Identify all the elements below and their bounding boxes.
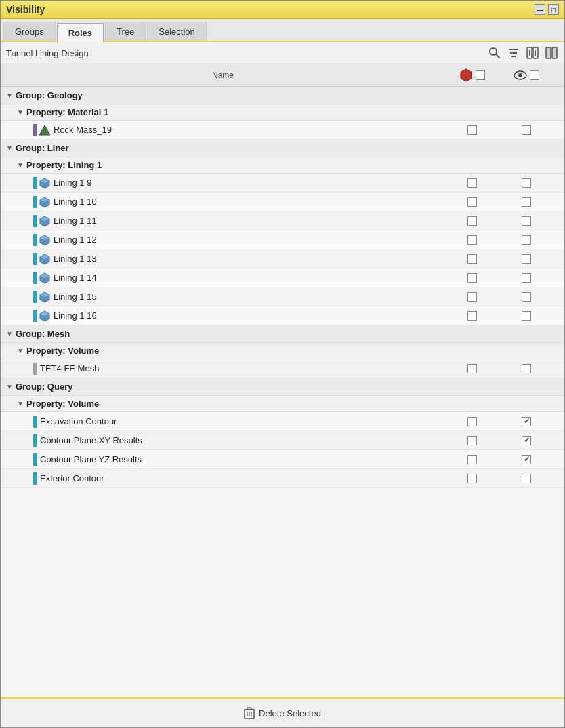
svg-marker-14: [39, 125, 50, 135]
lining-1-11-cb2[interactable]: [467, 216, 477, 226]
contour-xy-name: Contour Plane XY Results: [1, 434, 445, 447]
lining-1-14-label: Lining 1 14: [54, 272, 97, 283]
chevron-geology: ▼: [6, 92, 13, 99]
lining-1-14-cb2[interactable]: [467, 273, 477, 283]
title-bar-controls: — □: [535, 4, 559, 15]
tab-bar: Groups Roles Tree Selection: [1, 19, 564, 42]
exterior-cb3[interactable]: [522, 474, 531, 483]
item-lining-1-16: Lining 1 16: [1, 306, 564, 325]
lining-1-14-name: Lining 1 14: [1, 272, 445, 284]
lining-1-9-cb3[interactable]: [522, 178, 531, 188]
lining-1-12-cb3[interactable]: [522, 235, 531, 245]
property-volume-query-label: Property: Volume: [26, 399, 99, 409]
main-window: Visibility — □ Groups Roles Tree Selecti…: [0, 0, 565, 728]
trash-icon: [244, 707, 255, 719]
tet4-cb3[interactable]: [522, 364, 531, 373]
col2-checkbox[interactable]: [476, 70, 485, 80]
property-lining1[interactable]: ▼ Property: Lining 1: [1, 157, 564, 174]
contour-yz-cb2[interactable]: [467, 455, 477, 464]
rock-mass-19-checkbox-col3[interactable]: [522, 125, 531, 135]
lining-1-13-cb2[interactable]: [467, 254, 477, 264]
gray-color-bar: [33, 363, 37, 375]
content-area[interactable]: ▼ Group: Geology ▼ Property: Material 1 …: [1, 87, 564, 697]
excavation-contour-name: Excavation Contour: [1, 416, 445, 428]
tab-roles[interactable]: Roles: [57, 23, 104, 42]
eye-icon: [514, 70, 527, 80]
group-query[interactable]: ▼ Group: Query: [1, 378, 564, 396]
collapse-columns-icon[interactable]: [544, 45, 559, 60]
delete-selected-label: Delete Selected: [259, 708, 321, 719]
lining-1-14-cb3[interactable]: [522, 273, 531, 283]
chevron-liner: ▼: [6, 144, 13, 152]
item-contour-xy: Contour Plane XY Results: [1, 431, 564, 450]
lining-1-15-cb2[interactable]: [467, 292, 477, 302]
toolbar: Tunnel Lining Design: [1, 42, 564, 64]
item-lining-1-11: Lining 1 11: [1, 211, 564, 230]
rock-mass-19-checkbox-col2[interactable]: [467, 125, 477, 135]
lining-1-10-cb3[interactable]: [522, 197, 531, 207]
title-bar: Visibility — □: [1, 1, 564, 19]
lining-1-15-label: Lining 1 15: [54, 291, 97, 302]
excavation-cb2[interactable]: [467, 417, 477, 426]
item-lining-1-15: Lining 1 15: [1, 287, 564, 306]
property-lining1-label: Property: Lining 1: [26, 160, 102, 170]
lining-1-10-icon: [33, 196, 51, 208]
tab-tree[interactable]: Tree: [105, 22, 146, 41]
lining-1-10-label: Lining 1 10: [54, 197, 97, 207]
excavation-cb3[interactable]: [522, 417, 531, 426]
property-volume-query[interactable]: ▼ Property: Volume: [1, 396, 564, 412]
contour-xy-cb2[interactable]: [467, 436, 477, 445]
group-liner[interactable]: ▼ Group: Liner: [1, 140, 564, 157]
svg-point-13: [518, 73, 522, 77]
col3-checkbox[interactable]: [530, 70, 539, 80]
item-exterior-contour: Exterior Contour: [1, 469, 564, 488]
contour-yz-cb3[interactable]: [522, 455, 531, 464]
cube-icon: [39, 310, 51, 322]
property-volume-mesh[interactable]: ▼ Property: Volume: [1, 343, 564, 359]
cube-icon: [39, 215, 51, 227]
delete-selected-button[interactable]: Delete Selected: [233, 704, 332, 722]
maximize-button[interactable]: □: [548, 4, 559, 15]
lining-1-13-cb3[interactable]: [522, 254, 531, 264]
expand-columns-icon[interactable]: [525, 45, 540, 60]
lining-1-10-cb2[interactable]: [467, 197, 477, 207]
tab-selection[interactable]: Selection: [147, 22, 206, 41]
minimize-button[interactable]: —: [535, 4, 545, 15]
purple-color-bar: [33, 124, 37, 136]
lining-1-16-cb2[interactable]: [467, 311, 477, 321]
tab-groups[interactable]: Groups: [3, 22, 56, 41]
property-material1[interactable]: ▼ Property: Material 1: [1, 104, 564, 121]
search-icon[interactable]: [487, 45, 502, 60]
lining-1-16-name: Lining 1 16: [1, 310, 445, 322]
property-volume-mesh-label: Property: Volume: [26, 346, 99, 356]
svg-line-1: [496, 54, 499, 58]
rock-mass-19-col2[interactable]: [445, 125, 499, 135]
toolbar-icons: [487, 45, 559, 60]
exterior-cb2[interactable]: [467, 474, 477, 483]
group-mesh[interactable]: ▼ Group: Mesh: [1, 325, 564, 343]
contour-xy-cb3[interactable]: [522, 436, 531, 445]
tet4-cb2[interactable]: [467, 364, 477, 373]
filter-icon[interactable]: [506, 45, 521, 60]
group-liner-label: Group: Liner: [16, 143, 69, 153]
lining-1-11-cb3[interactable]: [522, 216, 531, 226]
lining-1-9-cb2[interactable]: [467, 178, 477, 188]
contour-yz-name: Contour Plane YZ Results: [1, 453, 445, 466]
cube-icon: [39, 234, 51, 246]
tet4-name: TET4 FE Mesh: [1, 363, 445, 375]
rock-mass-19-col3[interactable]: [499, 125, 553, 135]
teal-color-bar: [33, 177, 37, 189]
chevron-lining1: ▼: [17, 161, 24, 169]
rock-mass-icon: [33, 124, 51, 136]
lining-1-12-cb2[interactable]: [467, 235, 477, 245]
lining-1-15-name: Lining 1 15: [1, 291, 445, 303]
table-header: Name: [1, 64, 564, 87]
footer: Delete Selected: [1, 697, 564, 727]
group-geology[interactable]: ▼ Group: Geology: [1, 87, 564, 104]
item-tet4: TET4 FE Mesh: [1, 359, 564, 378]
chevron-material1: ▼: [17, 108, 24, 116]
item-rock-mass-19: Rock Mass_19: [1, 121, 564, 140]
contour-yz-label: Contour Plane YZ Results: [40, 454, 142, 464]
lining-1-16-cb3[interactable]: [522, 311, 531, 321]
lining-1-15-cb3[interactable]: [522, 292, 531, 302]
